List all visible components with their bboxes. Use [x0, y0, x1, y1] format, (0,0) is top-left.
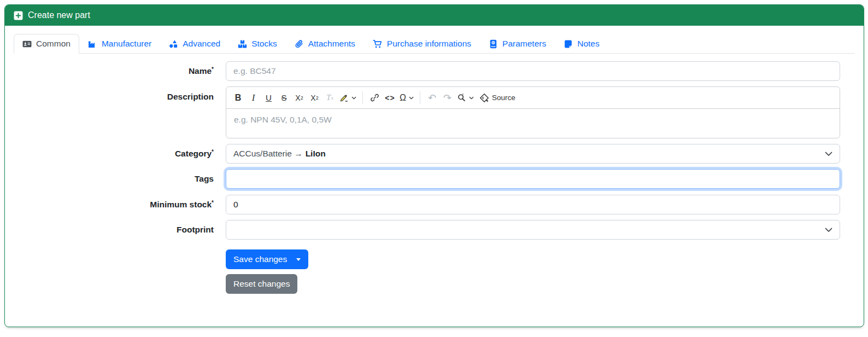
- category-label: Category*: [14, 149, 214, 159]
- find-replace-dropdown-button[interactable]: [455, 90, 476, 106]
- chevron-down-icon: [469, 96, 474, 100]
- cart-icon: [373, 39, 383, 49]
- save-changes-button[interactable]: Save changes: [226, 249, 308, 269]
- chevron-down-icon: [825, 225, 832, 235]
- superscript-button[interactable]: X2: [307, 90, 322, 106]
- italic-button[interactable]: I: [246, 90, 261, 106]
- tab-label: Stocks: [251, 39, 277, 49]
- source-code-icon: [479, 93, 489, 103]
- tab-common[interactable]: Common: [14, 34, 79, 54]
- tab-parameters[interactable]: Parameters: [480, 34, 555, 54]
- code-button[interactable]: <>: [383, 90, 397, 106]
- tab-stocks[interactable]: Stocks: [229, 34, 286, 54]
- plus-square-icon: [14, 11, 23, 20]
- category-value-selected: LiIon: [306, 149, 326, 159]
- reset-changes-button[interactable]: Reset changes: [226, 274, 297, 294]
- highlight-dropdown-button[interactable]: [338, 90, 358, 106]
- category-select[interactable]: ACCus/Batterie → LiIon: [226, 144, 840, 164]
- redo-button[interactable]: ↷: [440, 90, 455, 106]
- omega-icon: Ω: [400, 93, 406, 103]
- required-asterisk: *: [212, 149, 214, 155]
- save-dropdown-toggle[interactable]: [287, 258, 302, 261]
- highlight-marker-icon: [339, 93, 349, 102]
- description-label: Description: [14, 86, 214, 102]
- tab-attachments[interactable]: Attachments: [286, 34, 364, 54]
- toolbar-separator: [362, 91, 363, 104]
- tags-label: Tags: [14, 174, 214, 184]
- boxes-stacked-icon: [238, 39, 247, 49]
- tab-label: Manufacturer: [102, 39, 151, 49]
- tab-label: Parameters: [502, 39, 546, 49]
- footprint-select[interactable]: [226, 220, 840, 240]
- factory-icon: [88, 39, 97, 49]
- tab-label: Common: [36, 39, 71, 49]
- tab-label: Attachments: [308, 39, 355, 49]
- source-button[interactable]: Source: [476, 90, 519, 106]
- undo-button[interactable]: ↶: [425, 90, 439, 106]
- sticky-note-icon: [564, 39, 573, 49]
- chevron-down-icon: [409, 96, 414, 100]
- tab-advanced[interactable]: Advanced: [160, 34, 229, 54]
- bold-button[interactable]: B: [231, 90, 245, 106]
- footprint-row: Footprint: [14, 220, 840, 240]
- remove-format-button[interactable]: Tx: [322, 90, 337, 106]
- toolbar-separator: [420, 91, 420, 104]
- tab-label: Advanced: [183, 39, 220, 49]
- tab-label: Purchase informations: [387, 39, 471, 49]
- card-body: Common Manufacturer Advanced: [5, 26, 864, 327]
- editor-content[interactable]: e.g. NPN 45V, 0,1A, 0,5W: [226, 109, 840, 138]
- underline-button[interactable]: U: [261, 90, 276, 106]
- tags-input[interactable]: [226, 169, 840, 189]
- minimum-stock-row: Minimum stock*: [14, 195, 840, 214]
- editor-toolbar: B I U S X2 X2 Tx: [226, 87, 840, 109]
- required-asterisk: *: [212, 66, 214, 72]
- name-input[interactable]: [226, 61, 840, 81]
- tab-purchase-informations[interactable]: Purchase informations: [364, 34, 480, 54]
- category-row: Category* ACCus/Batterie → LiIon: [14, 144, 840, 164]
- card-header: Create new part: [5, 5, 864, 26]
- name-row: Name*: [14, 61, 840, 81]
- strikethrough-button[interactable]: S: [277, 90, 291, 106]
- save-changes-label: Save changes: [233, 254, 287, 264]
- tab-bar: Common Manufacturer Advanced: [14, 34, 855, 54]
- minimum-stock-label: Minimum stock*: [14, 200, 214, 210]
- category-value: ACCus/Batterie →: [233, 149, 303, 159]
- link-icon: [370, 93, 379, 102]
- common-tab-form: Name* Description B I U S X2 X2: [14, 61, 855, 294]
- footprint-label: Footprint: [14, 225, 214, 235]
- caret-down-icon: [296, 258, 301, 261]
- tags-row: Tags: [14, 169, 840, 189]
- tab-manufacturer[interactable]: Manufacturer: [79, 34, 160, 54]
- source-button-label: Source: [492, 94, 515, 102]
- form-actions: Save changes Reset changes: [226, 249, 840, 294]
- special-characters-dropdown-button[interactable]: Ω: [398, 90, 415, 106]
- chevron-down-icon: [825, 149, 832, 159]
- reset-changes-label: Reset changes: [233, 279, 290, 289]
- tab-notes[interactable]: Notes: [555, 34, 608, 54]
- create-part-card: Create new part Common Manufacturer: [4, 4, 864, 327]
- paperclip-icon: [295, 39, 304, 49]
- shapes-icon: [169, 39, 178, 49]
- page: Create new part Common Manufacturer: [0, 0, 868, 337]
- rich-text-editor: B I U S X2 X2 Tx: [226, 86, 840, 138]
- book-icon: [489, 39, 498, 49]
- link-button[interactable]: [367, 90, 382, 106]
- minimum-stock-input[interactable]: [226, 195, 840, 214]
- chevron-down-icon: [351, 96, 356, 100]
- name-label: Name*: [14, 66, 214, 76]
- page-title: Create new part: [28, 10, 90, 20]
- tab-label: Notes: [577, 39, 600, 49]
- address-card-icon: [22, 39, 32, 49]
- required-asterisk: *: [212, 200, 214, 206]
- subscript-button[interactable]: X2: [292, 90, 307, 106]
- description-row: Description B I U S X2 X2 Tx: [14, 86, 840, 138]
- find-replace-icon: [457, 93, 466, 102]
